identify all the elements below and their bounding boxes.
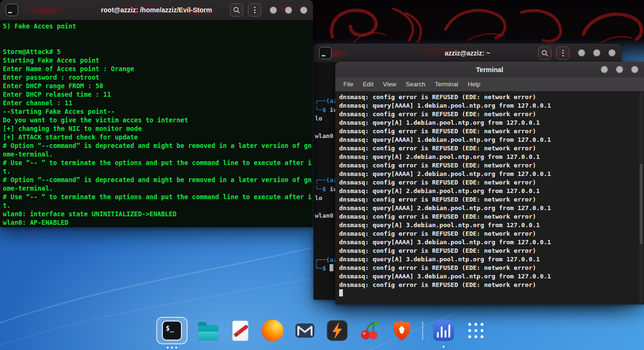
terminal-line bbox=[339, 289, 637, 298]
close-button[interactable] bbox=[300, 7, 307, 14]
firefox-icon bbox=[262, 320, 284, 341]
files-icon bbox=[198, 325, 218, 341]
dock-separator bbox=[422, 321, 423, 340]
maximize-button[interactable] bbox=[593, 49, 600, 56]
terminal-line: dnsmasq: config error is REFUSED (EDE: n… bbox=[339, 264, 637, 272]
terminal-tab-icon[interactable] bbox=[319, 47, 331, 59]
terminal-line: Enter Name of Acces point : Orange bbox=[3, 64, 312, 73]
terminal-line: dnsmasq: config error is REFUSED (EDE: n… bbox=[339, 144, 637, 153]
terminal-line: Enter DHCP range FROM : 50 bbox=[3, 82, 312, 90]
menu-view[interactable]: View bbox=[379, 79, 400, 89]
dock-item-firefox[interactable] bbox=[261, 319, 284, 342]
dnsmasq-terminal-output[interactable]: dnsmasq: config error is REFUSED (EDE: n… bbox=[335, 92, 644, 304]
menu-terminal[interactable]: Terminal bbox=[431, 79, 463, 89]
minimize-button[interactable] bbox=[270, 7, 277, 14]
terminal-line: dnsmasq: query[AAAA] 3.debian.pool.ntp.o… bbox=[339, 238, 637, 247]
terminal-line: dnsmasq: query[A] 3.debian.pool.ntp.org … bbox=[339, 221, 637, 230]
terminal-line: # Option “--command” is deprecated and m… bbox=[3, 141, 312, 150]
close-button[interactable] bbox=[631, 66, 638, 73]
terminal-line: dnsmasq: query[AAAA] 2.debian.pool.ntp.o… bbox=[339, 204, 637, 212]
running-dot bbox=[443, 346, 445, 348]
text-cursor bbox=[330, 264, 333, 271]
menu-edit[interactable]: Edit bbox=[359, 79, 378, 89]
terminal-line: Enter DHCP relased time : 11 bbox=[3, 90, 312, 99]
dnsmasq-titlebar[interactable]: Terminal bbox=[335, 62, 644, 77]
menu-file[interactable]: File bbox=[339, 79, 358, 89]
dock-item-equalizer-app[interactable] bbox=[432, 319, 455, 342]
terminal-icon bbox=[162, 321, 182, 341]
app-grid-icon bbox=[468, 323, 483, 338]
terminal-line: dnsmasq: query[A] 2.debian.pool.ntp.org … bbox=[339, 187, 637, 195]
evil-storm-terminal-output[interactable]: 5) Fake Acces point Storm@Attack# 5Start… bbox=[0, 20, 313, 227]
close-button[interactable] bbox=[608, 49, 616, 56]
terminal-line: # Option “--command” is deprecated and m… bbox=[3, 175, 312, 184]
terminal-line: dnsmasq: config error is REFUSED (EDE: n… bbox=[339, 195, 637, 204]
dock-item-text-editor[interactable] bbox=[228, 319, 252, 342]
terminal-line: t. bbox=[3, 167, 312, 175]
terminal-line: Storm@Attack# 5 bbox=[3, 47, 312, 56]
maximize-button[interactable] bbox=[616, 66, 623, 73]
menu-help[interactable]: Help bbox=[464, 79, 485, 89]
terminal-line: dnsmasq: config error is REFUSED (EDE: n… bbox=[339, 247, 637, 255]
terminal-line: dnsmasq: config error is REFUSED (EDE: n… bbox=[339, 93, 637, 101]
search-button[interactable] bbox=[538, 46, 551, 60]
dock-item-terminal[interactable] bbox=[156, 317, 188, 344]
search-button[interactable] bbox=[230, 3, 243, 17]
dock-item-mail[interactable] bbox=[293, 319, 317, 342]
terminal-line: 5) Fake Acces point bbox=[3, 22, 312, 30]
terminal-line: dnsmasq: query[AAAA] 1.debian.pool.ntp.o… bbox=[339, 101, 637, 110]
terminal-line: # Use “-- ” to terminate the options and… bbox=[3, 158, 312, 167]
scrollbar-thumb[interactable] bbox=[640, 164, 643, 244]
terminal-line: # Use “-- ” to terminate the options and… bbox=[3, 193, 312, 201]
window-count-dots bbox=[167, 347, 177, 349]
menu-search[interactable]: Search bbox=[401, 79, 429, 89]
terminal-line: ome-terminal. bbox=[3, 184, 312, 193]
dock-item-cherrytree[interactable] bbox=[358, 319, 381, 342]
equalizer-app-icon bbox=[433, 320, 454, 341]
dock-item-lightning-app[interactable] bbox=[325, 319, 349, 342]
terminal-line: Enter password : rootroot bbox=[3, 73, 312, 82]
text-cursor bbox=[339, 289, 343, 296]
terminal-line: dnsmasq: config error is REFUSED (EDE: n… bbox=[339, 110, 637, 119]
dock-item-brave[interactable] bbox=[390, 319, 414, 342]
terminal-line: dnsmasq: query[AAAA] 2.debian.pool.ntp.o… bbox=[339, 170, 637, 178]
terminal-line: Starting Fake Acces point bbox=[3, 56, 312, 64]
maximize-button[interactable] bbox=[285, 7, 292, 14]
lightning-app-icon bbox=[327, 320, 348, 341]
scrollbar[interactable] bbox=[639, 92, 643, 304]
dnsmasq-terminal-window: Terminal File Edit View Search Terminal … bbox=[335, 62, 644, 304]
terminal-line: Do you want to give the victim acces to … bbox=[3, 116, 312, 124]
terminal-line: dnsmasq: config error is REFUSED (EDE: n… bbox=[339, 212, 637, 221]
minimize-button[interactable] bbox=[578, 49, 585, 56]
terminal-line: dnsmasq: config error is REFUSED (EDE: n… bbox=[339, 178, 637, 187]
terminal-line: dnsmasq: query[AAAA] 3.debian.pool.ntp.o… bbox=[339, 272, 637, 281]
dock bbox=[156, 317, 488, 344]
azziz-titlebar[interactable]: azziz@azziz: ~ bbox=[313, 44, 621, 62]
terminal-line: wlan0: interface state UNINITIALIZED->EN… bbox=[3, 210, 312, 218]
terminal-line: t. bbox=[3, 201, 312, 210]
terminal-tab-icon[interactable] bbox=[6, 4, 18, 16]
terminal-line: dnsmasq: config error is REFUSED (EDE: n… bbox=[339, 230, 637, 238]
terminal-line: Enter channel : 11 bbox=[3, 99, 312, 107]
terminal-menubar: File Edit View Search Terminal Help bbox=[335, 77, 644, 92]
terminal-line: dnsmasq: config error is REFUSED (EDE: n… bbox=[339, 161, 637, 170]
terminal-line: dnsmasq: config error is REFUSED (EDE: n… bbox=[339, 281, 637, 289]
menu-button[interactable] bbox=[248, 3, 261, 17]
evil-storm-terminal-window: root@azziz: /home/azziz/Evil-Storm 5) Fa… bbox=[0, 0, 313, 227]
terminal-line: dnsmasq: query[A] 1.debian.pool.ntp.org … bbox=[339, 119, 637, 127]
menu-button[interactable] bbox=[556, 46, 569, 60]
terminal-line: --Starting Fake Acces point-- bbox=[3, 107, 312, 116]
mail-icon bbox=[294, 320, 316, 341]
terminal-line: dnsmasq: query[AAAA] 1.debian.pool.ntp.o… bbox=[339, 136, 637, 144]
kebab-menu-icon bbox=[254, 7, 256, 13]
terminal-line: dnsmasq: query[A] 2.debian.pool.ntp.org … bbox=[339, 153, 637, 161]
dock-item-app-grid[interactable] bbox=[464, 319, 488, 342]
terminal-line bbox=[3, 30, 312, 39]
terminal-line: wlan0: AP-ENABLED bbox=[3, 218, 312, 227]
terminal-line: [+] changing the NIC to monitor mode bbox=[3, 124, 312, 133]
terminal-line: dnsmasq: query[A] 3.debian.pool.ntp.org … bbox=[339, 255, 637, 264]
minimize-button[interactable] bbox=[601, 66, 608, 73]
dock-item-files[interactable] bbox=[196, 319, 220, 342]
terminal-line: dnsmasq: config error is REFUSED (EDE: n… bbox=[339, 127, 637, 136]
evil-storm-titlebar[interactable]: root@azziz: /home/azziz/Evil-Storm bbox=[0, 0, 313, 20]
